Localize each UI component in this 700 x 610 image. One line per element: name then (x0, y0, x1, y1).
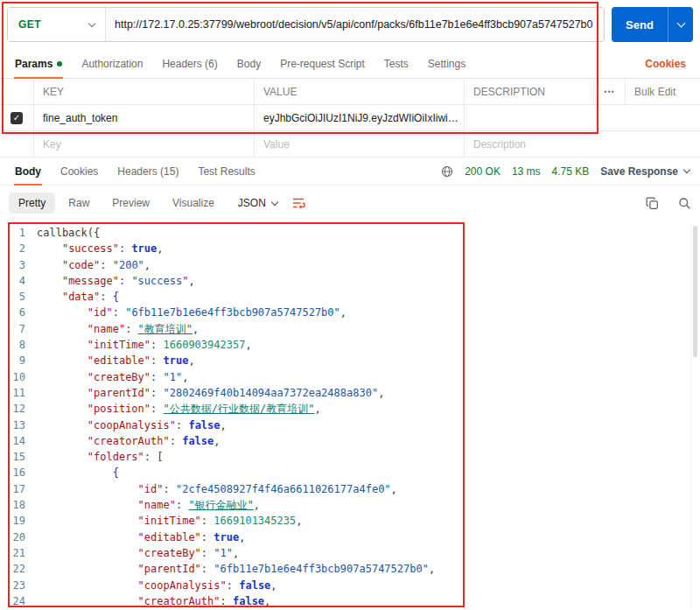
copy-icon[interactable] (646, 197, 659, 210)
line-number: 7 (0, 321, 25, 337)
view-mode-group: PrettyRawPreviewVisualize JSON (9, 193, 305, 214)
send-split-button: Send (612, 7, 693, 42)
line-number: 3 (0, 257, 25, 273)
code-line: "createBy": "1", (37, 369, 700, 385)
line-number: 23 (0, 578, 25, 593)
code-line: "editable": true, (37, 353, 700, 368)
response-body-viewer[interactable]: 123456789101112131415161718192021222324 … (0, 221, 700, 610)
line-number: 17 (0, 481, 25, 497)
scrollbar-thumb[interactable] (693, 226, 697, 357)
response-tab-headers[interactable]: Headers (15) (108, 158, 188, 185)
view-tab-preview[interactable]: Preview (102, 193, 159, 214)
response-time[interactable]: 13 ms (512, 165, 541, 178)
tab-label: Pre-request Script (280, 58, 365, 70)
param-key-placeholder[interactable]: Key (33, 131, 254, 157)
code-line: "id": "2cfe4508927f4f46a6611026177a4fe0"… (37, 481, 700, 497)
tab-params[interactable]: Params (5, 49, 72, 78)
tab-tests[interactable]: Tests (374, 49, 418, 78)
tab-settings[interactable]: Settings (418, 49, 475, 78)
tab-label: Headers (15) (117, 165, 178, 178)
code-line: "coopAnalysis": false, (37, 417, 700, 433)
code-line: "folders": [ (37, 449, 700, 465)
response-scrollbar[interactable] (690, 224, 698, 608)
wrap-text-icon[interactable] (291, 196, 305, 210)
request-url-bar: GET http://172.17.0.25:37799/webroot/dec… (0, 0, 700, 49)
code-line: "id": "6fb11e7b1e6e4ff3bcb907a5747527b0"… (37, 305, 700, 320)
postman-app: GET http://172.17.0.25:37799/webroot/dec… (0, 0, 700, 610)
response-meta-row: BodyCookiesHeaders (15)Test Results 200 … (0, 158, 700, 186)
select-all-cell[interactable] (0, 79, 33, 104)
line-number: 1 (0, 225, 25, 241)
tab-body[interactable]: Body (228, 49, 270, 78)
row-checkbox-cell (0, 131, 33, 157)
line-number: 6 (0, 305, 25, 320)
response-size[interactable]: 4.75 KB (552, 165, 590, 178)
tab-label: Test Results (198, 165, 255, 178)
tab-label: Body (237, 58, 261, 70)
format-label: JSON (238, 197, 266, 209)
send-options-button[interactable] (668, 7, 693, 42)
check-icon: ✓ (13, 113, 20, 123)
search-icon[interactable] (678, 197, 691, 210)
code-line: "parentId": "6fb11e7b1e6e4ff3bcb907a5747… (37, 561, 700, 577)
request-tabs-row: ParamsAuthorizationHeaders (6)BodyPre-re… (0, 49, 700, 79)
line-number: 9 (0, 353, 25, 368)
tab-authorization[interactable]: Authorization (72, 49, 152, 78)
save-response-button[interactable]: Save Response (600, 165, 690, 178)
code-line: "data": { (37, 289, 700, 305)
response-tabs: BodyCookiesHeaders (15)Test Results (5, 158, 265, 185)
params-green-dot (57, 61, 62, 67)
response-tab-body[interactable]: Body (5, 158, 51, 185)
param-key[interactable]: fine_auth_token (33, 105, 254, 130)
param-value-placeholder[interactable]: Value (254, 131, 464, 157)
line-number: 13 (0, 417, 25, 433)
bulk-edit-button[interactable]: Bulk Edit (625, 79, 700, 104)
cookies-link[interactable]: Cookies (636, 49, 695, 78)
code-line: "code": "200", (37, 257, 700, 273)
method-label: GET (18, 18, 41, 31)
response-tab-test-results[interactable]: Test Results (188, 158, 264, 185)
line-number: 22 (0, 561, 25, 577)
send-button[interactable]: Send (612, 7, 668, 42)
save-response-label: Save Response (600, 165, 678, 178)
line-number: 20 (0, 529, 25, 545)
chevron-down-icon (271, 198, 278, 205)
tab-label: Settings (428, 58, 466, 70)
code-line: callback({ (37, 225, 700, 241)
tab-label: Headers (6) (162, 58, 217, 70)
response-tab-cookies[interactable]: Cookies (51, 158, 108, 185)
line-number: 5 (0, 289, 25, 305)
format-select[interactable]: JSON (238, 197, 277, 209)
column-header-key: KEY (33, 79, 254, 104)
more-actions-icon[interactable]: ••• (593, 79, 625, 104)
tab-pre-request-script[interactable]: Pre-request Script (270, 49, 374, 78)
line-number: 18 (0, 497, 25, 513)
globe-icon (441, 165, 453, 178)
view-tab-visualize[interactable]: Visualize (163, 193, 224, 214)
status-code[interactable]: 200 OK (465, 165, 500, 178)
line-number: 19 (0, 513, 25, 529)
line-number: 15 (0, 449, 25, 465)
line-number-gutter: 123456789101112131415161718192021222324 (0, 225, 37, 610)
url-input[interactable]: http://172.17.0.25:37799/webroot/decisio… (106, 8, 604, 41)
tab-label: Params (15, 58, 52, 70)
param-description-placeholder[interactable]: Description (464, 131, 700, 157)
method-select[interactable]: GET (8, 8, 106, 41)
code-line: "createBy": "1", (37, 545, 700, 561)
code-line: "initTime": 1669101345235, (37, 513, 700, 529)
tab-headers[interactable]: Headers (6) (152, 49, 227, 78)
param-value[interactable]: eyJhbGciOiJIUzI1NiJ9.eyJzdWIiOiIxIiwi… (254, 105, 464, 130)
param-placeholder-row: Key Value Description (0, 131, 700, 158)
view-tab-raw[interactable]: Raw (59, 193, 99, 214)
code-line: "creatorAuth": false, (37, 593, 700, 609)
chevron-down-icon (88, 19, 95, 26)
row-checkbox[interactable]: ✓ (10, 112, 23, 124)
line-number: 12 (0, 401, 25, 417)
param-description[interactable] (464, 105, 700, 130)
code-line: "success": true, (37, 241, 700, 256)
view-tab-pretty[interactable]: Pretty (9, 193, 55, 214)
line-number: 21 (0, 545, 25, 561)
response-status-area: 200 OK 13 ms 4.75 KB Save Response (441, 158, 695, 185)
line-number: 11 (0, 385, 25, 401)
code-line: "initTime": 1660903942357, (37, 337, 700, 353)
